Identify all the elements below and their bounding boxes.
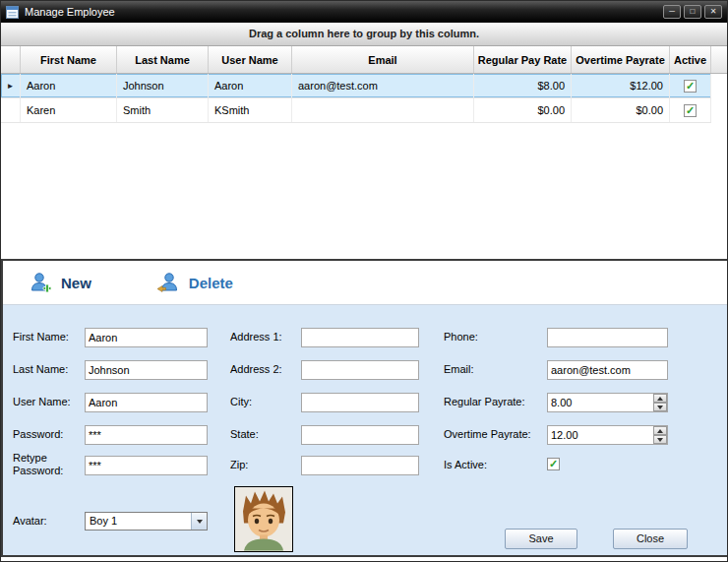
avatar-label: Avatar:	[13, 515, 47, 527]
new-employee-icon	[29, 271, 52, 294]
group-by-bar[interactable]: Drag a column here to group by this colu…	[1, 23, 727, 46]
app-icon	[6, 6, 19, 19]
regular-payrate-stepper	[547, 393, 668, 412]
delete-employee-icon	[156, 271, 180, 294]
cell-active[interactable]: ✓	[670, 98, 711, 122]
minimize-icon[interactable]: ─	[663, 5, 681, 19]
city-field[interactable]	[301, 393, 419, 412]
active-checkbox[interactable]: ✓	[684, 104, 697, 117]
cell-overtime-payrate[interactable]: $12.00	[572, 74, 670, 97]
state-field[interactable]	[301, 425, 419, 445]
chevron-down-icon[interactable]	[191, 513, 207, 530]
close-button[interactable]: Close	[613, 529, 688, 549]
header-filler	[711, 46, 727, 73]
spin-up-icon[interactable]	[653, 394, 667, 403]
retype-password-field[interactable]	[85, 456, 208, 475]
regular-payrate-field[interactable]	[547, 393, 668, 412]
last-name-field[interactable]	[85, 360, 208, 380]
avatar-selected-value: Boy 1	[86, 513, 191, 530]
cell-overtime-payrate[interactable]: $0.00	[572, 98, 670, 122]
header-active[interactable]: Active	[670, 46, 711, 73]
last-name-label: Last Name:	[13, 363, 68, 375]
header-regular-pay-rate[interactable]: Regular Pay Rate	[474, 46, 572, 73]
delete-button-label: Delete	[189, 275, 233, 291]
window-title: Manage Employee	[25, 6, 663, 18]
maximize-icon[interactable]: □	[684, 5, 701, 19]
overtime-payrate-stepper	[547, 425, 668, 445]
grid-empty-area	[1, 123, 727, 258]
table-row[interactable]: Karen Smith KSmith $0.00 $0.00 ✓	[1, 98, 711, 123]
cell-email[interactable]: aaron@test.com	[292, 74, 474, 97]
grid-header-row: First Name Last Name User Name Email Reg…	[1, 46, 727, 74]
zip-field[interactable]	[301, 456, 419, 475]
cell-last-name[interactable]: Smith	[117, 98, 209, 122]
header-first-name[interactable]: First Name	[21, 46, 117, 73]
save-button[interactable]: Save	[505, 529, 577, 549]
header-last-name[interactable]: Last Name	[117, 46, 209, 73]
email-label: Email:	[444, 363, 474, 375]
regular-payrate-label: Regular Payrate:	[444, 396, 525, 407]
close-icon[interactable]: ✕	[704, 5, 722, 19]
cell-regular-pay-rate[interactable]: $0.00	[474, 98, 572, 122]
cell-last-name[interactable]: Johnson	[117, 74, 209, 97]
cell-first-name[interactable]: Aaron	[21, 74, 117, 97]
first-name-label: First Name:	[13, 331, 69, 343]
cell-first-name[interactable]: Karen	[21, 98, 117, 122]
cell-user-name[interactable]: KSmith	[209, 98, 292, 122]
avatar-image	[234, 486, 293, 552]
zip-label: Zip:	[230, 459, 248, 470]
is-active-label: Is Active:	[444, 459, 487, 470]
header-overtime-payrate[interactable]: Overtime Payrate	[572, 46, 670, 73]
phone-label: Phone:	[444, 331, 478, 343]
city-label: City:	[230, 396, 252, 407]
new-button-label: New	[61, 275, 91, 291]
overtime-payrate-label: Overtime Payrate:	[444, 428, 531, 440]
row-indicator-cell	[1, 98, 21, 122]
manage-employee-window: Manage Employee ─ □ ✕ Drag a column here…	[0, 0, 728, 562]
new-button[interactable]: New	[29, 271, 91, 294]
first-name-field[interactable]	[85, 328, 208, 347]
address1-label: Address 1:	[230, 331, 282, 343]
cell-regular-pay-rate[interactable]: $8.00	[474, 74, 572, 97]
user-name-field[interactable]	[85, 393, 208, 412]
overtime-payrate-field[interactable]	[547, 425, 668, 445]
detail-toolbar: New Delete	[3, 261, 727, 305]
spin-down-icon[interactable]	[653, 435, 667, 444]
cell-user-name[interactable]: Aaron	[209, 74, 292, 97]
row-indicator-icon: ►	[1, 74, 21, 97]
address2-field[interactable]	[301, 360, 419, 380]
employee-form: First Name: Last Name: User Name: Passwo…	[3, 305, 727, 555]
state-label: State:	[230, 428, 259, 440]
title-bar[interactable]: Manage Employee ─ □ ✕	[1, 1, 727, 23]
employee-detail-panel: New Delete First Name: Last Name: User N…	[1, 259, 728, 557]
is-active-checkbox[interactable]: ✓	[547, 458, 560, 470]
cell-email[interactable]	[292, 98, 474, 122]
delete-button[interactable]: Delete	[156, 271, 233, 294]
active-checkbox[interactable]: ✓	[684, 80, 697, 93]
address1-field[interactable]	[301, 328, 419, 347]
email-field[interactable]	[547, 360, 668, 380]
avatar-select[interactable]: Boy 1	[85, 512, 208, 531]
header-indicator-cell	[1, 46, 21, 73]
password-field[interactable]	[85, 425, 208, 445]
spin-down-icon[interactable]	[653, 403, 667, 411]
table-row[interactable]: ► Aaron Johnson Aaron aaron@test.com $8.…	[1, 74, 711, 98]
password-label: Password:	[13, 428, 63, 440]
header-email[interactable]: Email	[292, 46, 474, 73]
address2-label: Address 2:	[230, 363, 282, 375]
cell-active[interactable]: ✓	[670, 74, 711, 97]
phone-field[interactable]	[547, 328, 668, 347]
spin-up-icon[interactable]	[653, 426, 667, 435]
retype-password-label: Retype Password:	[13, 452, 70, 477]
user-name-label: User Name:	[13, 396, 71, 407]
header-user-name[interactable]: User Name	[209, 46, 292, 73]
